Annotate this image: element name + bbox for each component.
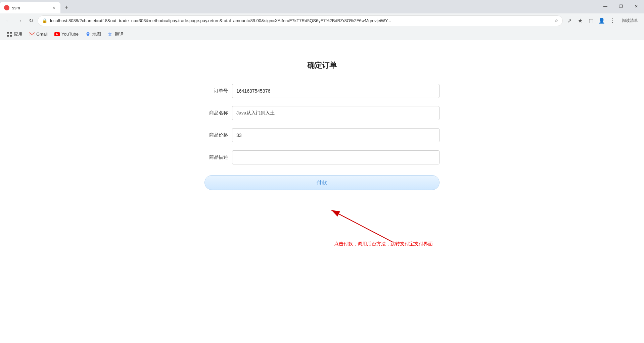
product-name-input[interactable] xyxy=(232,106,440,120)
form-container: 确定订单 订单号 商品名称 商品价格 商品描述 付款 xyxy=(204,60,440,190)
share-icon[interactable]: ➚ xyxy=(565,16,574,26)
lock-icon: 🔒 xyxy=(42,18,47,23)
product-price-label: 商品价格 xyxy=(204,132,228,138)
annotation-area: 点击付款，调用后台方法，跳转支付宝支付界面 xyxy=(204,190,440,257)
translate-icon: 文 xyxy=(108,32,113,37)
url-bar[interactable]: 🔒 localhost:8088/?charset=utf-8&out_trad… xyxy=(38,15,563,26)
page-content: 确定订单 订单号 商品名称 商品价格 商品描述 付款 xyxy=(0,40,644,343)
bookmarks-bar: 应用 Gmail YouTube xyxy=(0,28,644,40)
tab-favicon xyxy=(4,5,9,10)
product-desc-row: 商品描述 xyxy=(204,150,440,164)
new-tab-button[interactable]: + xyxy=(62,3,71,12)
youtube-icon xyxy=(54,32,60,37)
bookmark-translate-label: 翻译 xyxy=(115,31,124,37)
reader-mode-button[interactable]: 阅读清单 xyxy=(619,16,641,25)
ssm-favicon-icon xyxy=(4,5,9,10)
bookmark-translate[interactable]: 文 翻译 xyxy=(105,30,126,39)
bookmark-maps[interactable]: 地图 xyxy=(83,30,104,39)
profile-icon[interactable]: 👤 xyxy=(597,16,606,26)
bookmark-apps[interactable]: 应用 xyxy=(4,30,25,39)
bookmark-gmail-label: Gmail xyxy=(36,32,48,37)
tab-close-button[interactable]: ✕ xyxy=(51,5,56,10)
tab-title: ssm xyxy=(12,5,48,10)
product-name-label: 商品名称 xyxy=(204,110,228,116)
annotation-text: 点击付款，调用后台方法，跳转支付宝支付界面 xyxy=(334,241,433,247)
order-no-row: 订单号 xyxy=(204,84,440,98)
annotation-svg xyxy=(204,190,440,257)
maps-icon xyxy=(85,32,91,37)
svg-rect-3 xyxy=(10,35,12,37)
order-no-input[interactable] xyxy=(232,84,440,98)
extensions-icon[interactable]: ◫ xyxy=(586,16,596,26)
bookmark-star-icon[interactable]: ☆ xyxy=(554,18,558,23)
page-title: 确定订单 xyxy=(204,60,440,70)
address-bar: ← → ↻ 🔒 localhost:8088/?charset=utf-8&ou… xyxy=(0,13,644,28)
forward-button[interactable]: → xyxy=(15,16,24,26)
bookmark-apps-label: 应用 xyxy=(14,31,22,37)
window-controls: — ❐ ✕ xyxy=(598,1,644,12)
bookmark-gmail[interactable]: Gmail xyxy=(27,30,50,38)
bookmark-maps-label: 地图 xyxy=(92,31,101,37)
star-icon[interactable]: ★ xyxy=(576,16,585,26)
toolbar-icons: ➚ ★ ◫ 👤 ⋮ xyxy=(565,16,617,26)
svg-rect-4 xyxy=(29,32,35,36)
product-name-row: 商品名称 xyxy=(204,106,440,120)
bookmark-youtube-label: YouTube xyxy=(61,32,79,37)
bookmark-youtube[interactable]: YouTube xyxy=(52,30,81,38)
svg-rect-2 xyxy=(10,32,12,34)
svg-point-7 xyxy=(87,33,89,34)
product-price-row: 商品价格 xyxy=(204,128,440,142)
svg-rect-1 xyxy=(7,35,9,37)
url-text: localhost:8088/?charset=utf-8&out_trade_… xyxy=(50,18,552,23)
order-no-label: 订单号 xyxy=(204,88,228,94)
apps-grid-icon xyxy=(7,32,12,37)
tab-bar: ssm ✕ + — ❐ ✕ xyxy=(0,0,644,13)
product-desc-input[interactable] xyxy=(232,150,440,164)
close-button[interactable]: ✕ xyxy=(629,1,644,12)
product-desc-label: 商品描述 xyxy=(204,154,228,160)
back-button[interactable]: ← xyxy=(3,16,13,26)
active-tab[interactable]: ssm ✕ xyxy=(0,2,60,13)
gmail-icon xyxy=(29,32,35,37)
svg-rect-0 xyxy=(7,32,9,34)
maximize-button[interactable]: ❐ xyxy=(613,1,629,12)
product-price-input[interactable] xyxy=(232,128,440,142)
menu-icon[interactable]: ⋮ xyxy=(608,16,617,26)
pay-button[interactable]: 付款 xyxy=(204,175,440,190)
minimize-button[interactable]: — xyxy=(598,1,613,12)
svg-line-10 xyxy=(331,210,393,242)
svg-text:文: 文 xyxy=(108,32,112,36)
reload-button[interactable]: ↻ xyxy=(26,16,36,26)
browser-frame: ssm ✕ + — ❐ ✕ ← → ↻ 🔒 localhost:8088/?ch… xyxy=(0,0,644,40)
